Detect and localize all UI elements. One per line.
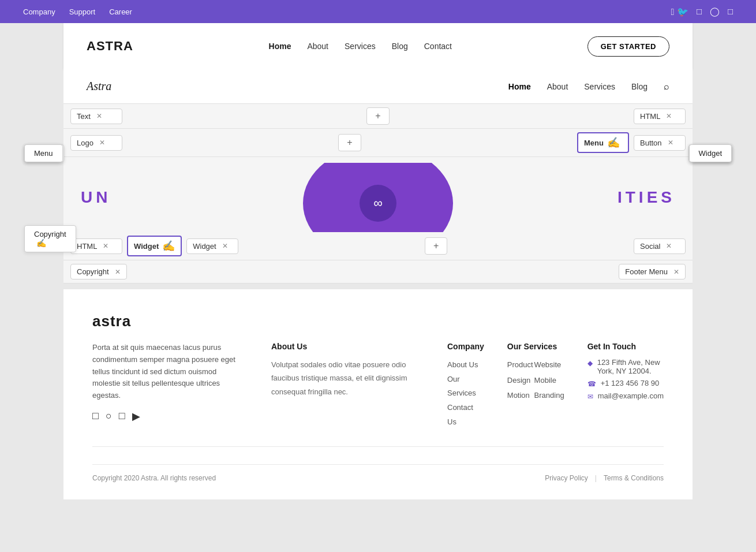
footer-company-contact[interactable]: Contact Us [447,401,484,429]
footer-bottom: Copyright 2020 Astra. All rights reserve… [92,464,664,482]
footer-tagline: Porta at sit quis maecenas lacus purus c… [92,342,237,429]
remove-copyright[interactable]: ✕ [115,268,121,276]
builder-plus-2[interactable]: + [338,134,361,151]
privacy-policy-link[interactable]: Privacy Policy [545,474,588,482]
builder-plus-1[interactable]: + [366,107,389,125]
terms-link[interactable]: Terms & Conditions [604,474,664,482]
service-design[interactable]: Design [507,374,533,388]
footer-social-icons: □ ○ □ ▶ [92,410,237,423]
search-icon[interactable]: ⌕ [664,81,669,92]
top-bar-links: Company Support Career [23,8,132,16]
footer-plus[interactable]: + [425,237,447,255]
service-motion[interactable]: Motion [507,389,533,403]
secondary-nav: Home About Services Blog ⌕ [508,81,669,92]
footer-about-text: Volutpat sodales odio vitae posuere odio… [271,358,424,398]
remove-text[interactable]: ✕ [96,112,102,120]
hero-circle-bg: ∞ [303,163,453,232]
footer-top: Porta at sit quis maecenas lacus purus c… [92,342,664,447]
float-widget[interactable]: Widget [689,144,732,162]
builder-cell-html[interactable]: HTML ✕ [634,109,686,124]
footer-cell-widget-2[interactable]: Widget ✕ [186,238,238,254]
service-branding[interactable]: Branding [534,389,564,403]
remove-button[interactable]: ✕ [668,139,673,147]
main-logo: ASTRA [87,39,133,54]
sec-nav-home[interactable]: Home [508,82,531,91]
main-nav: Home About Services Blog Contact [269,42,452,51]
footer-builder: HTML ✕ Widget ✍ Widget ✕ + Social ✕ Copy… [63,232,693,284]
builder-cell-menu[interactable]: Menu ✍ [577,132,629,153]
nav-services[interactable]: Services [345,42,376,51]
nav-contact[interactable]: Contact [424,42,452,51]
sec-nav-blog[interactable]: Blog [631,82,648,91]
remove-html[interactable]: ✕ [666,112,672,120]
top-bar-social:  🐦 □ ◯ □ [671,6,733,17]
facebook-icon[interactable]:  🐦 [671,6,688,17]
hero-text-right: ITIES [617,188,675,207]
footer-phone: ☎ +1 123 456 78 90 [587,379,664,388]
footer-contact-title: Get In Touch [587,342,664,351]
infinity-icon: ∞ [373,196,383,211]
cursor-icon: ✍ [607,136,620,149]
footer-company-about[interactable]: About Us [447,358,484,372]
footer-company-title: Company [447,342,484,351]
remove-footer-menu[interactable]: ✕ [673,268,679,276]
footer-about-col: About Us Volutpat sodales odio vitae pos… [271,342,424,429]
builder-row-2: Logo ✕ + Menu ✍ Button ✕ [63,129,693,157]
footer-services-title: Our Services [507,342,564,351]
topbar-support[interactable]: Support [69,8,96,16]
remove-logo[interactable]: ✕ [99,139,105,147]
service-mobile[interactable]: Mobile [534,374,564,388]
sec-nav-services[interactable]: Services [584,82,615,91]
nav-blog[interactable]: Blog [392,42,408,51]
remove-social[interactable]: ✕ [666,242,672,250]
footer-fb-icon[interactable]: □ [92,410,99,423]
email-icon: ✉ [587,393,593,401]
footer-copyright: Copyright 2020 Astra. All rights reserve… [92,474,216,482]
footer-builder-row-2: Copyright ✕ Footer Menu ✕ [63,260,693,284]
topbar-career[interactable]: Career [109,8,132,16]
remove-widget[interactable]: ✕ [222,242,228,250]
main-header: ASTRA Home About Services Blog Contact G… [63,23,693,69]
footer-cell-copyright[interactable]: Copyright ✕ [70,264,127,279]
footer-services-col: Our Services Product Website Design Mobi… [507,342,564,429]
nav-home[interactable]: Home [269,42,291,51]
footer-service-grid: Product Website Design Mobile Motion Bra… [507,358,564,403]
footer-company-services[interactable]: Our Services [447,372,484,401]
remove-footer-html[interactable]: ✕ [103,242,108,250]
builder-row-1: Text ✕ + HTML ✕ [63,104,693,129]
hero-text-left: UN [81,188,111,207]
secondary-logo: Astra [87,80,111,93]
footer-cell-footer-menu[interactable]: Footer Menu ✕ [619,264,686,279]
service-website[interactable]: Website [534,358,564,372]
footer-contact-col: Get In Touch ◆ 123 Fifth Ave, New York, … [587,342,664,429]
footer-address: ◆ 123 Fifth Ave, New York, NY 12004. [587,358,664,375]
top-bar: Company Support Career  🐦 □ ◯ □ [0,0,756,23]
footer-ig-icon[interactable]: □ [119,410,125,423]
footer-tw-icon[interactable]: ○ [106,410,112,423]
sec-nav-about[interactable]: About [547,82,568,91]
float-menu[interactable]: Menu [24,144,63,162]
footer-legal-links: Privacy Policy | Terms & Conditions [545,474,664,482]
footer-cell-html[interactable]: HTML ✕ [70,238,122,254]
footer-email: ✉ mail@example.com [587,391,664,401]
nav-about[interactable]: About [307,42,328,51]
link-divider: | [595,474,597,482]
hero-circle-inner: ∞ [360,185,396,222]
service-product[interactable]: Product [507,358,533,372]
footer-cell-social[interactable]: Social ✕ [634,238,686,254]
get-started-button[interactable]: GET STARTED [587,36,669,57]
footer-cell-widget-1[interactable]: Widget ✍ [127,236,182,256]
footer-yt-icon[interactable]: ▶ [132,410,140,423]
float-copyright[interactable]: Copyright ✍ [24,225,76,252]
footer-tagline-text: Porta at sit quis maecenas lacus purus c… [92,342,237,402]
facebook-icon[interactable]: □ [697,6,702,17]
builder-cell-button[interactable]: Button ✕ [634,135,686,151]
twitter-icon[interactable]: ◯ [710,6,720,17]
builder-cell-text[interactable]: Text ✕ [70,109,122,124]
instagram-icon[interactable]: □ [728,6,733,17]
topbar-company[interactable]: Company [23,8,55,16]
footer-preview: astra Porta at sit quis maecenas lacus p… [63,289,693,499]
cursor-icon-2: ✍ [162,240,175,252]
builder-cell-logo[interactable]: Logo ✕ [70,135,122,151]
cursor-icon-3: ✍ [36,238,46,248]
